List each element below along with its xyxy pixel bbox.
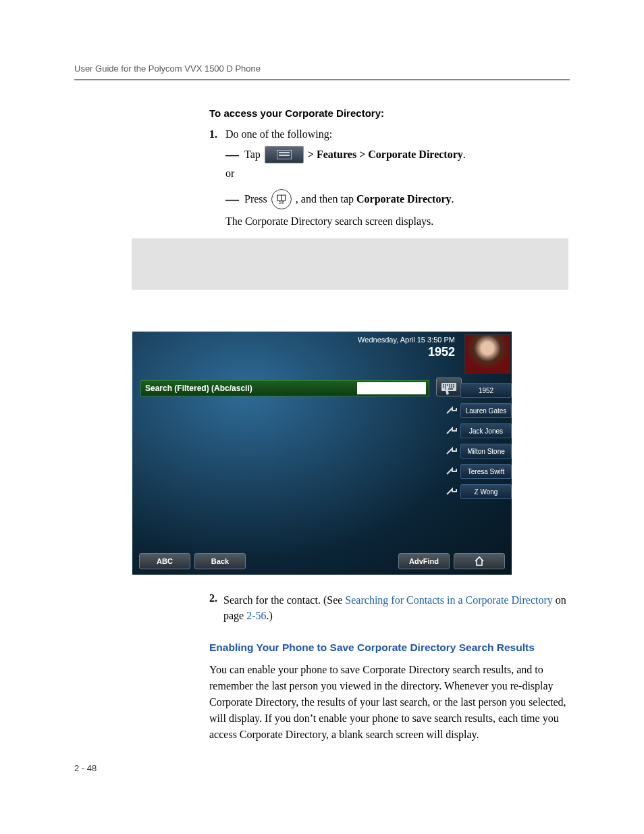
option-a-prefix: Tap [244, 149, 261, 161]
self-view-avatar [464, 334, 510, 373]
line-keys: 1952 Lauren Gates Jack Jones Milton Ston… [440, 383, 512, 499]
line-key-row: Z Wong [440, 484, 512, 499]
running-header: User Guide for the Polycom VVX 1500 D Ph… [74, 63, 570, 80]
handset-icon [444, 384, 458, 397]
status-date: Wednesday, April 15 3:50 PM [358, 336, 455, 344]
home-icon [474, 556, 485, 567]
softkey-bar: ABC Back AdvFind [132, 553, 512, 569]
section-title: To access your Corporate Directory: [209, 107, 568, 119]
option-a-path: > Features > Corporate Directory. [308, 149, 466, 161]
softkey-home[interactable] [454, 553, 505, 569]
subsection-heading: Enabling Your Phone to Save Corporate Di… [209, 642, 568, 654]
softkey-abc[interactable]: ABC [139, 553, 190, 569]
line-key-row: 1952 [440, 383, 512, 398]
page-number: 2 - 48 [74, 763, 97, 773]
dash-icon: — [225, 149, 240, 160]
phone-screenshot: Wednesday, April 15 3:50 PM 1952 Search … [132, 332, 512, 575]
line-key-row: Milton Stone [440, 444, 512, 459]
softkey-back[interactable]: Back [194, 553, 246, 569]
line-key-row: Teresa Swift [440, 464, 512, 479]
softkey-advfind[interactable]: AdvFind [398, 553, 450, 569]
menu-icon [265, 146, 304, 163]
figure-placeholder [132, 238, 568, 290]
step-number: 1. [209, 128, 225, 140]
line-key-2[interactable]: Lauren Gates [460, 403, 512, 418]
step-2-text: Search for the contact. (See Searching f… [223, 592, 568, 623]
line-key-5[interactable]: Teresa Swift [460, 464, 512, 479]
link-searching-contacts[interactable]: Searching for Contacts in a Corporate Di… [345, 594, 552, 606]
svg-text:DIR: DIR [278, 201, 284, 205]
search-label: Search (Filtered) (Abc/ascii) [141, 384, 357, 393]
line-key-row: Jack Jones [440, 423, 512, 438]
line-key-1[interactable]: 1952 [460, 383, 512, 398]
status-bar: Wednesday, April 15 3:50 PM 1952 [358, 336, 455, 359]
line-key-6[interactable]: Z Wong [460, 484, 512, 499]
speed-dial-icon [444, 485, 458, 498]
line-key-4[interactable]: Milton Stone [460, 444, 512, 459]
speed-dial-icon [444, 465, 458, 478]
step-text: Do one of the following: [225, 128, 332, 140]
step-1: 1. Do one of the following: [209, 128, 568, 140]
option-a: — Tap > Features > Corporate Directory. [209, 146, 568, 163]
status-extension: 1952 [358, 345, 455, 359]
option-b-prefix: Press [244, 193, 267, 205]
svg-rect-2 [279, 155, 290, 156]
svg-rect-1 [279, 152, 290, 153]
search-input[interactable] [357, 382, 426, 394]
or-label: or [209, 167, 568, 180]
speed-dial-icon [444, 424, 458, 438]
step-number: 2. [209, 592, 223, 604]
directory-button-icon: DIR [271, 189, 292, 209]
option-b-text: , and then tap Corporate Directory. [296, 193, 454, 205]
subsection-body: You can enable your phone to save Corpor… [209, 662, 568, 743]
speed-dial-icon [444, 444, 458, 458]
result-paragraph: The Corporate Directory search screen di… [209, 213, 568, 229]
line-key-3[interactable]: Jack Jones [460, 423, 512, 438]
search-bar[interactable]: Search (Filtered) (Abc/ascii) [140, 380, 429, 396]
dash-icon: — [225, 194, 240, 205]
option-b: — Press DIR , and then tap Corporate Dir… [209, 189, 568, 209]
link-page-ref[interactable]: 2-56 [246, 610, 266, 621]
step-2: 2. Search for the contact. (See Searchin… [209, 592, 568, 623]
speed-dial-icon [444, 404, 458, 417]
line-key-row: Lauren Gates [440, 403, 512, 418]
